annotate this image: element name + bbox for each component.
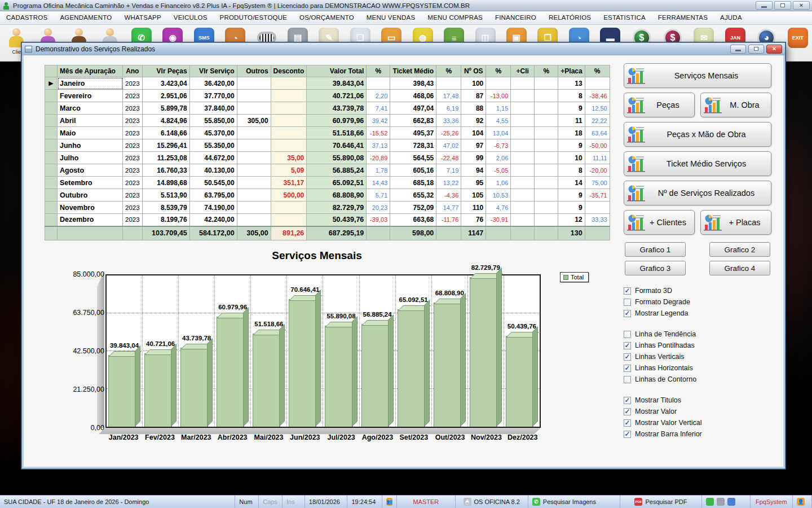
- cell-p4[interactable]: [535, 202, 558, 214]
- cell-p4[interactable]: [535, 90, 558, 102]
- column-header[interactable]: Nº OS: [461, 65, 486, 77]
- cell-pecas[interactable]: 11.253,08: [142, 152, 189, 164]
- checkbox-box[interactable]: ✓: [624, 310, 631, 317]
- quick-icon[interactable]: [727, 498, 735, 506]
- cell-p1[interactable]: 14,43: [367, 177, 390, 189]
- cell-total[interactable]: 65.092,51: [307, 177, 367, 189]
- checkbox-linha-de-tend-ncia[interactable]: Linha de Tendência: [624, 329, 771, 340]
- cell-placa[interactable]: 9: [558, 202, 585, 214]
- cell-p1[interactable]: -15,52: [367, 127, 390, 139]
- cell-pecas[interactable]: 5.513,90: [142, 189, 189, 202]
- cell-pecas[interactable]: 2.951,06: [142, 90, 189, 102]
- cell-desconto[interactable]: [271, 127, 307, 139]
- column-header[interactable]: Vlr Peças: [142, 65, 189, 77]
- cell-year[interactable]: 2023: [123, 115, 143, 127]
- cell-servico[interactable]: 63.795,00: [189, 189, 237, 202]
- cell-desconto[interactable]: [271, 102, 307, 115]
- cell-p1[interactable]: 37,13: [367, 139, 390, 152]
- button-grafico-4[interactable]: Grafico 4: [709, 261, 770, 275]
- cell-month[interactable]: Junho: [58, 139, 123, 152]
- row-selector[interactable]: [45, 152, 58, 164]
- cell-year[interactable]: 2023: [123, 139, 143, 152]
- cell-p1[interactable]: 7,41: [367, 102, 390, 115]
- cell-pecas[interactable]: 3.423,04: [142, 77, 189, 90]
- cell-outros[interactable]: [237, 177, 271, 189]
- cell-p2[interactable]: -11,76: [436, 214, 461, 226]
- chart-bar[interactable]: [180, 348, 208, 427]
- cell-desconto[interactable]: [271, 115, 307, 127]
- cell-placa[interactable]: 10: [558, 152, 585, 164]
- exit-icon[interactable]: EXIT: [785, 27, 811, 49]
- chart-bar[interactable]: [398, 309, 425, 427]
- cell-outros[interactable]: [237, 139, 271, 152]
- cell-month[interactable]: Dezembro: [58, 214, 123, 226]
- cell-cli[interactable]: [511, 77, 535, 90]
- quick-icons[interactable]: [702, 496, 751, 508]
- cell-month[interactable]: Janeiro: [58, 77, 123, 90]
- checkbox-linhas-horizontais[interactable]: ✓ Linhas Horizontais: [624, 362, 771, 374]
- cell-cli[interactable]: [511, 164, 535, 177]
- cell-year[interactable]: 2023: [123, 77, 143, 90]
- cell-placa[interactable]: 18: [558, 127, 585, 139]
- cell-os[interactable]: 100: [461, 77, 486, 90]
- chart-bar[interactable]: [470, 277, 497, 427]
- cell-servico[interactable]: 74.190,00: [189, 202, 237, 214]
- cell-pecas[interactable]: 14.898,68: [142, 177, 189, 189]
- cell-cli[interactable]: [511, 214, 535, 226]
- cell-outros[interactable]: 305,00: [237, 115, 271, 127]
- cell-total[interactable]: 51.518,66: [307, 127, 367, 139]
- column-header[interactable]: Desconto: [271, 65, 307, 77]
- column-header[interactable]: %: [436, 65, 461, 77]
- report-button-servi-os-mensais[interactable]: Serviços Mensais: [624, 63, 771, 88]
- row-selector[interactable]: [45, 127, 58, 139]
- checkbox-box[interactable]: ✓: [624, 397, 631, 404]
- cell-ticket[interactable]: 495,37: [390, 127, 436, 139]
- cell-ticket[interactable]: 685,18: [390, 177, 436, 189]
- cell-cli[interactable]: [511, 139, 535, 152]
- menu-item-cadastros[interactable]: CADASTROS: [0, 11, 54, 24]
- cell-total[interactable]: 68.808,90: [307, 189, 367, 202]
- cell-servico[interactable]: 55.850,00: [189, 115, 237, 127]
- cell-os[interactable]: 105: [461, 189, 486, 202]
- table-row[interactable]: Junho202315.296,4155.350,0070.646,4137,1…: [45, 139, 610, 152]
- menu-item-os-or-amento[interactable]: OS/ORÇAMENTO: [293, 11, 360, 24]
- cell-total[interactable]: 56.885,24: [307, 164, 367, 177]
- cell-pecas[interactable]: 5.899,78: [142, 102, 189, 115]
- cell-p1[interactable]: 39,42: [367, 115, 390, 127]
- cell-outros[interactable]: [237, 214, 271, 226]
- checkbox-mostrar-legenda[interactable]: ✓ Mostrar Legenda: [624, 308, 771, 319]
- cell-year[interactable]: 2023: [123, 177, 143, 189]
- cell-month[interactable]: Abril: [58, 115, 123, 127]
- cell-p2[interactable]: 14,77: [436, 202, 461, 214]
- chart-bar[interactable]: [434, 303, 461, 427]
- cell-os[interactable]: 99: [461, 152, 486, 164]
- close-button[interactable]: ×: [793, 1, 810, 10]
- cell-servico[interactable]: 40.130,00: [189, 164, 237, 177]
- cell-ticket[interactable]: 728,31: [390, 139, 436, 152]
- cell-os[interactable]: 76: [461, 214, 486, 226]
- menu-item-ferramentas[interactable]: FERRAMENTAS: [652, 11, 714, 24]
- cell-p3[interactable]: [486, 77, 511, 90]
- cell-outros[interactable]: [237, 90, 271, 102]
- table-row[interactable]: Abril20234.824,9655.850,00305,0060.979,9…: [45, 115, 610, 127]
- quick-icon[interactable]: [717, 498, 725, 506]
- cell-desconto[interactable]: [271, 77, 307, 90]
- cell-placa[interactable]: 14: [558, 177, 585, 189]
- button-grafico-2[interactable]: Grafico 2: [709, 242, 770, 257]
- cell-total[interactable]: 60.979,96: [307, 115, 367, 127]
- cell-p2[interactable]: -4,36: [436, 189, 461, 202]
- cell-p4[interactable]: [535, 214, 558, 226]
- cell-month[interactable]: Agosto: [58, 164, 123, 177]
- cell-p5[interactable]: -38,46: [585, 90, 610, 102]
- row-selector[interactable]: [45, 177, 58, 189]
- cell-cli[interactable]: [511, 127, 535, 139]
- cell-month[interactable]: Marco: [58, 102, 123, 115]
- cell-p4[interactable]: [535, 77, 558, 90]
- cell-total[interactable]: 82.729,79: [307, 202, 367, 214]
- dialog-close-button[interactable]: ×: [766, 45, 782, 54]
- cell-cli[interactable]: [511, 202, 535, 214]
- checkbox-formato-degrade[interactable]: Formato Degrade: [624, 296, 771, 308]
- cell-year[interactable]: 2023: [123, 102, 143, 115]
- cell-os[interactable]: 87: [461, 90, 486, 102]
- cell-p5[interactable]: 33,33: [585, 214, 610, 226]
